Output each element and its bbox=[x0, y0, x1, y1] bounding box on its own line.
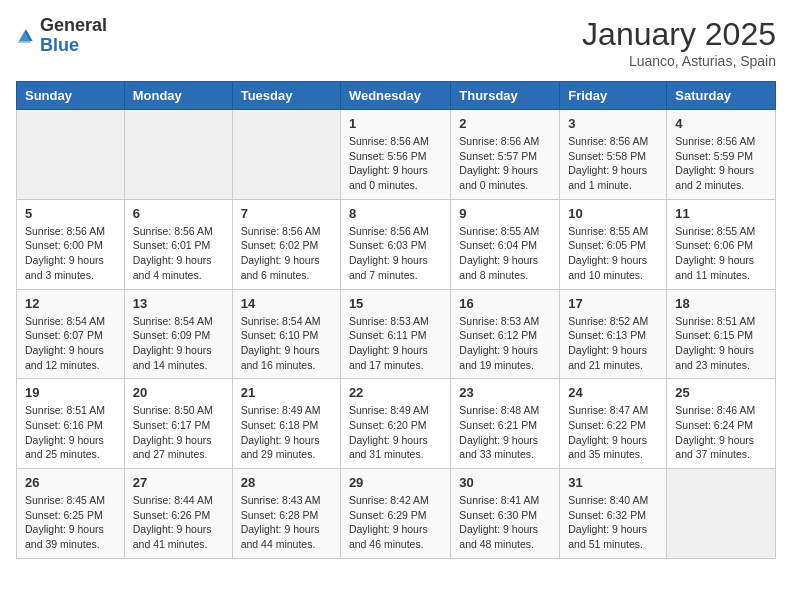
calendar-cell: 4Sunrise: 8:56 AMSunset: 5:59 PMDaylight… bbox=[667, 110, 776, 200]
day-info: Sunrise: 8:49 AMSunset: 6:18 PMDaylight:… bbox=[241, 403, 332, 462]
day-number: 13 bbox=[133, 296, 224, 311]
weekday-header: Wednesday bbox=[340, 82, 450, 110]
logo-text: General Blue bbox=[40, 16, 107, 56]
day-number: 19 bbox=[25, 385, 116, 400]
day-number: 14 bbox=[241, 296, 332, 311]
weekday-header: Friday bbox=[560, 82, 667, 110]
calendar-week-row: 19Sunrise: 8:51 AMSunset: 6:16 PMDayligh… bbox=[17, 379, 776, 469]
day-info: Sunrise: 8:56 AMSunset: 5:57 PMDaylight:… bbox=[459, 134, 551, 193]
calendar-cell: 5Sunrise: 8:56 AMSunset: 6:00 PMDaylight… bbox=[17, 199, 125, 289]
day-info: Sunrise: 8:56 AMSunset: 5:56 PMDaylight:… bbox=[349, 134, 442, 193]
calendar-cell: 23Sunrise: 8:48 AMSunset: 6:21 PMDayligh… bbox=[451, 379, 560, 469]
day-number: 31 bbox=[568, 475, 658, 490]
location: Luanco, Asturias, Spain bbox=[582, 53, 776, 69]
month-title: January 2025 bbox=[582, 16, 776, 53]
day-number: 20 bbox=[133, 385, 224, 400]
day-info: Sunrise: 8:54 AMSunset: 6:10 PMDaylight:… bbox=[241, 314, 332, 373]
day-info: Sunrise: 8:51 AMSunset: 6:15 PMDaylight:… bbox=[675, 314, 767, 373]
calendar-cell: 11Sunrise: 8:55 AMSunset: 6:06 PMDayligh… bbox=[667, 199, 776, 289]
day-number: 10 bbox=[568, 206, 658, 221]
calendar-cell: 10Sunrise: 8:55 AMSunset: 6:05 PMDayligh… bbox=[560, 199, 667, 289]
day-number: 22 bbox=[349, 385, 442, 400]
day-number: 12 bbox=[25, 296, 116, 311]
day-number: 11 bbox=[675, 206, 767, 221]
day-info: Sunrise: 8:56 AMSunset: 6:02 PMDaylight:… bbox=[241, 224, 332, 283]
calendar-cell: 13Sunrise: 8:54 AMSunset: 6:09 PMDayligh… bbox=[124, 289, 232, 379]
day-info: Sunrise: 8:47 AMSunset: 6:22 PMDaylight:… bbox=[568, 403, 658, 462]
logo-blue-text: Blue bbox=[40, 35, 79, 55]
day-info: Sunrise: 8:53 AMSunset: 6:12 PMDaylight:… bbox=[459, 314, 551, 373]
calendar-cell: 17Sunrise: 8:52 AMSunset: 6:13 PMDayligh… bbox=[560, 289, 667, 379]
day-info: Sunrise: 8:42 AMSunset: 6:29 PMDaylight:… bbox=[349, 493, 442, 552]
day-number: 8 bbox=[349, 206, 442, 221]
day-number: 24 bbox=[568, 385, 658, 400]
logo: General Blue bbox=[16, 16, 107, 56]
calendar-table: SundayMondayTuesdayWednesdayThursdayFrid… bbox=[16, 81, 776, 559]
calendar-cell: 1Sunrise: 8:56 AMSunset: 5:56 PMDaylight… bbox=[340, 110, 450, 200]
day-info: Sunrise: 8:52 AMSunset: 6:13 PMDaylight:… bbox=[568, 314, 658, 373]
day-number: 30 bbox=[459, 475, 551, 490]
calendar-cell bbox=[124, 110, 232, 200]
logo-general-text: General bbox=[40, 15, 107, 35]
day-info: Sunrise: 8:50 AMSunset: 6:17 PMDaylight:… bbox=[133, 403, 224, 462]
calendar-cell: 21Sunrise: 8:49 AMSunset: 6:18 PMDayligh… bbox=[232, 379, 340, 469]
calendar-cell: 19Sunrise: 8:51 AMSunset: 6:16 PMDayligh… bbox=[17, 379, 125, 469]
day-info: Sunrise: 8:56 AMSunset: 5:59 PMDaylight:… bbox=[675, 134, 767, 193]
day-info: Sunrise: 8:43 AMSunset: 6:28 PMDaylight:… bbox=[241, 493, 332, 552]
calendar-cell: 25Sunrise: 8:46 AMSunset: 6:24 PMDayligh… bbox=[667, 379, 776, 469]
title-block: January 2025 Luanco, Asturias, Spain bbox=[582, 16, 776, 69]
day-number: 9 bbox=[459, 206, 551, 221]
day-info: Sunrise: 8:55 AMSunset: 6:04 PMDaylight:… bbox=[459, 224, 551, 283]
calendar-week-row: 12Sunrise: 8:54 AMSunset: 6:07 PMDayligh… bbox=[17, 289, 776, 379]
calendar-cell: 7Sunrise: 8:56 AMSunset: 6:02 PMDaylight… bbox=[232, 199, 340, 289]
day-info: Sunrise: 8:55 AMSunset: 6:05 PMDaylight:… bbox=[568, 224, 658, 283]
calendar-week-row: 5Sunrise: 8:56 AMSunset: 6:00 PMDaylight… bbox=[17, 199, 776, 289]
day-number: 23 bbox=[459, 385, 551, 400]
calendar-cell: 9Sunrise: 8:55 AMSunset: 6:04 PMDaylight… bbox=[451, 199, 560, 289]
calendar-cell bbox=[667, 469, 776, 559]
calendar-cell: 29Sunrise: 8:42 AMSunset: 6:29 PMDayligh… bbox=[340, 469, 450, 559]
calendar-cell: 20Sunrise: 8:50 AMSunset: 6:17 PMDayligh… bbox=[124, 379, 232, 469]
day-number: 4 bbox=[675, 116, 767, 131]
day-number: 21 bbox=[241, 385, 332, 400]
calendar-cell: 8Sunrise: 8:56 AMSunset: 6:03 PMDaylight… bbox=[340, 199, 450, 289]
day-number: 28 bbox=[241, 475, 332, 490]
day-number: 27 bbox=[133, 475, 224, 490]
calendar-cell: 12Sunrise: 8:54 AMSunset: 6:07 PMDayligh… bbox=[17, 289, 125, 379]
day-number: 25 bbox=[675, 385, 767, 400]
weekday-header: Thursday bbox=[451, 82, 560, 110]
day-info: Sunrise: 8:41 AMSunset: 6:30 PMDaylight:… bbox=[459, 493, 551, 552]
calendar-cell: 18Sunrise: 8:51 AMSunset: 6:15 PMDayligh… bbox=[667, 289, 776, 379]
day-info: Sunrise: 8:55 AMSunset: 6:06 PMDaylight:… bbox=[675, 224, 767, 283]
calendar-week-row: 26Sunrise: 8:45 AMSunset: 6:25 PMDayligh… bbox=[17, 469, 776, 559]
calendar-cell: 15Sunrise: 8:53 AMSunset: 6:11 PMDayligh… bbox=[340, 289, 450, 379]
calendar-cell: 24Sunrise: 8:47 AMSunset: 6:22 PMDayligh… bbox=[560, 379, 667, 469]
weekday-header: Sunday bbox=[17, 82, 125, 110]
calendar-cell: 22Sunrise: 8:49 AMSunset: 6:20 PMDayligh… bbox=[340, 379, 450, 469]
day-info: Sunrise: 8:48 AMSunset: 6:21 PMDaylight:… bbox=[459, 403, 551, 462]
calendar-cell: 31Sunrise: 8:40 AMSunset: 6:32 PMDayligh… bbox=[560, 469, 667, 559]
weekday-header: Monday bbox=[124, 82, 232, 110]
day-number: 1 bbox=[349, 116, 442, 131]
calendar-cell: 3Sunrise: 8:56 AMSunset: 5:58 PMDaylight… bbox=[560, 110, 667, 200]
day-number: 3 bbox=[568, 116, 658, 131]
day-info: Sunrise: 8:46 AMSunset: 6:24 PMDaylight:… bbox=[675, 403, 767, 462]
day-info: Sunrise: 8:54 AMSunset: 6:07 PMDaylight:… bbox=[25, 314, 116, 373]
calendar-cell: 6Sunrise: 8:56 AMSunset: 6:01 PMDaylight… bbox=[124, 199, 232, 289]
day-info: Sunrise: 8:51 AMSunset: 6:16 PMDaylight:… bbox=[25, 403, 116, 462]
calendar-cell: 14Sunrise: 8:54 AMSunset: 6:10 PMDayligh… bbox=[232, 289, 340, 379]
weekday-header: Tuesday bbox=[232, 82, 340, 110]
logo-icon bbox=[16, 26, 36, 46]
day-number: 15 bbox=[349, 296, 442, 311]
day-number: 17 bbox=[568, 296, 658, 311]
day-info: Sunrise: 8:56 AMSunset: 6:03 PMDaylight:… bbox=[349, 224, 442, 283]
day-info: Sunrise: 8:56 AMSunset: 6:01 PMDaylight:… bbox=[133, 224, 224, 283]
calendar-cell bbox=[17, 110, 125, 200]
calendar-cell: 28Sunrise: 8:43 AMSunset: 6:28 PMDayligh… bbox=[232, 469, 340, 559]
weekday-header: Saturday bbox=[667, 82, 776, 110]
day-info: Sunrise: 8:44 AMSunset: 6:26 PMDaylight:… bbox=[133, 493, 224, 552]
day-number: 18 bbox=[675, 296, 767, 311]
day-number: 26 bbox=[25, 475, 116, 490]
day-info: Sunrise: 8:53 AMSunset: 6:11 PMDaylight:… bbox=[349, 314, 442, 373]
day-info: Sunrise: 8:49 AMSunset: 6:20 PMDaylight:… bbox=[349, 403, 442, 462]
